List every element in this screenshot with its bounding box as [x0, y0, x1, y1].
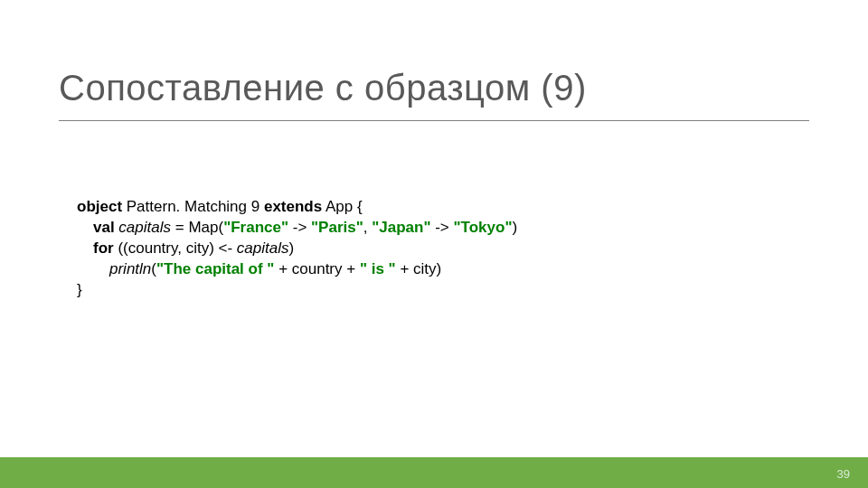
code-line-2: val capitals = Map("France" -> "Paris", …	[77, 218, 517, 239]
slide-title: Сопоставление с образцом (9)	[59, 68, 587, 108]
code-line-3: for ((country, city) <- capitals)	[77, 239, 517, 259]
page-number: 39	[837, 467, 850, 481]
keyword-val: val	[93, 219, 115, 236]
keyword-object: object	[77, 198, 122, 215]
code-line-4: println("The capital of " + country + " …	[77, 259, 517, 280]
code-line-5: }	[77, 280, 517, 301]
code-line-1: object Pattern. Matching 9 extends App {	[77, 197, 517, 218]
title-rule	[59, 120, 809, 121]
keyword-extends: extends	[264, 198, 322, 215]
footer-bar	[0, 457, 868, 488]
slide: Сопоставление с образцом (9) object Patt…	[0, 0, 868, 488]
keyword-for: for	[93, 239, 114, 257]
code-block: object Pattern. Matching 9 extends App {…	[77, 197, 517, 301]
